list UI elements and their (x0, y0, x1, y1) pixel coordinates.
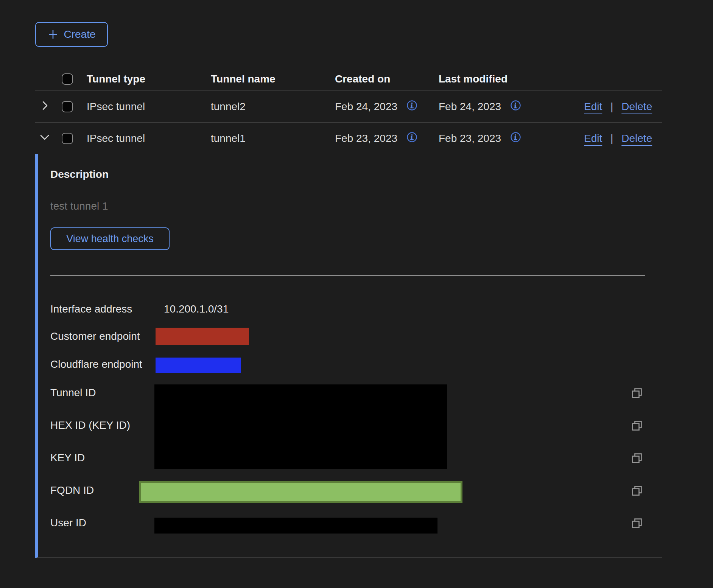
tunnels-page: Create Tunnel type Tunnel name Created o… (0, 0, 713, 588)
cell-created-on: Feb 23, 2023 (335, 123, 397, 154)
info-icon[interactable] (406, 100, 417, 114)
delete-link[interactable]: Delete (621, 101, 652, 113)
field-value-interface-address: 10.200.1.0/31 (164, 303, 229, 315)
select-all-checkbox[interactable] (62, 73, 73, 85)
view-health-checks-button[interactable]: View health checks (50, 227, 170, 250)
redaction-user-id (154, 518, 437, 534)
section-divider (50, 275, 645, 276)
cell-tunnel-name: tunnel2 (211, 91, 246, 122)
row-checkbox[interactable] (62, 101, 73, 112)
action-separator: | (610, 133, 613, 145)
description-text: test tunnel 1 (50, 200, 108, 212)
info-icon[interactable] (406, 132, 417, 145)
copy-fqdn-id-button[interactable] (631, 485, 643, 496)
table-row-tunnel2: IPsec tunnel tunnel2 Feb 24, 2023 Feb 24… (35, 91, 662, 123)
copy-user-id-button[interactable] (631, 518, 643, 529)
field-label-key-id: KEY ID (50, 452, 85, 464)
field-label-cloudflare-endpoint: Cloudflare endpoint (50, 358, 142, 370)
cell-created-on: Feb 24, 2023 (335, 91, 397, 122)
chevron-right-icon[interactable] (38, 99, 51, 115)
redaction-customer-endpoint (156, 328, 249, 345)
copy-hex-id-button[interactable] (631, 420, 643, 431)
action-separator: | (610, 101, 613, 113)
redaction-cloudflare-endpoint (156, 358, 241, 373)
header-tunnel-name: Tunnel name (211, 67, 276, 90)
description-heading: Description (50, 168, 109, 180)
field-label-customer-endpoint: Customer endpoint (50, 330, 140, 342)
cell-tunnel-type: IPsec tunnel (87, 91, 145, 122)
field-label-tunnel-id: Tunnel ID (50, 387, 96, 399)
delete-link[interactable]: Delete (621, 132, 652, 145)
redaction-fqdn-id (139, 481, 462, 503)
info-icon[interactable] (510, 132, 521, 145)
cell-tunnel-name: tunnel1 (211, 123, 246, 154)
field-label-interface-address: Interface address (50, 303, 132, 315)
cell-last-modified: Feb 23, 2023 (439, 123, 501, 154)
edit-link[interactable]: Edit (584, 101, 602, 113)
chevron-down-icon[interactable] (38, 131, 51, 146)
edit-link[interactable]: Edit (584, 132, 602, 145)
header-last-modified: Last modified (439, 67, 508, 90)
info-icon[interactable] (510, 100, 521, 114)
table-row-tunnel1: IPsec tunnel tunnel1 Feb 23, 2023 Feb 23… (35, 123, 662, 154)
header-tunnel-type: Tunnel type (87, 67, 145, 90)
field-label-user-id: User ID (50, 517, 86, 529)
field-label-fqdn-id: FQDN ID (50, 484, 94, 496)
create-button-label: Create (64, 28, 95, 40)
copy-tunnel-id-button[interactable] (631, 387, 643, 399)
create-button[interactable]: Create (35, 22, 108, 47)
redaction-ids-block (154, 384, 447, 469)
row-checkbox[interactable] (62, 133, 73, 144)
field-label-hex-id: HEX ID (KEY ID) (50, 419, 130, 431)
cell-tunnel-type: IPsec tunnel (87, 123, 145, 154)
copy-key-id-button[interactable] (631, 453, 643, 464)
plus-icon (47, 29, 59, 40)
cell-last-modified: Feb 24, 2023 (439, 91, 501, 122)
expanded-detail-panel: Description test tunnel 1 View health ch… (35, 154, 662, 558)
header-created-on: Created on (335, 67, 390, 90)
table-header-row: Tunnel type Tunnel name Created on Last … (35, 67, 662, 91)
